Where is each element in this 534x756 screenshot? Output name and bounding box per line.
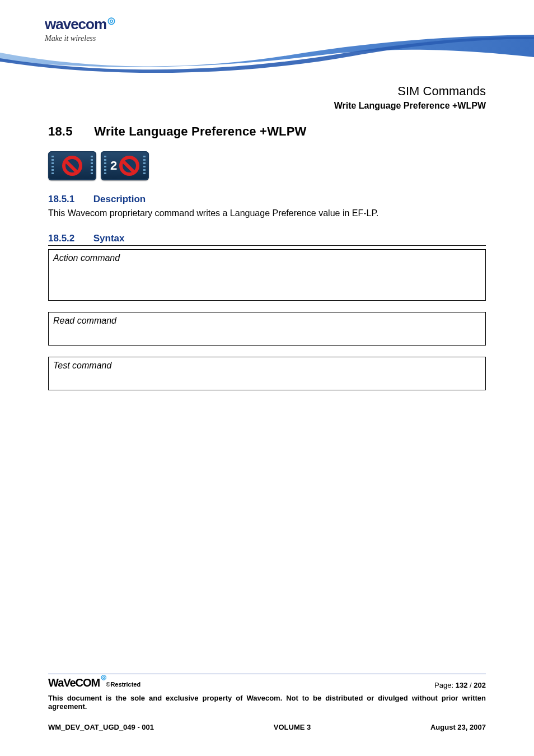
brand-name: wavecom xyxy=(45,16,106,32)
section-title: Write Language Preference +WLPW xyxy=(94,124,306,138)
page-label: Page: xyxy=(434,681,453,689)
page-content: SIM Commands Write Language Preference +… xyxy=(0,84,534,390)
test-command-box: Test command xyxy=(48,357,486,390)
footer-docid: WM_DEV_OAT_UGD_049 - 001 xyxy=(48,723,154,731)
section-number: 18.5 xyxy=(48,124,91,139)
prohibit-icon xyxy=(62,156,82,176)
section-heading: 18.5 Write Language Preference +WLPW xyxy=(48,124,486,139)
subsection-heading-syntax: 18.5.2 Syntax xyxy=(48,233,486,246)
page-total: 202 xyxy=(474,681,486,689)
running-header: SIM Commands Write Language Preference +… xyxy=(48,84,486,111)
page-current: 132 xyxy=(456,681,468,689)
prohibit-icon xyxy=(119,156,139,176)
running-header-line2: Write Language Preference +WLPW xyxy=(48,101,486,111)
footer-restricted: ©Restricted xyxy=(106,681,140,688)
subsection-title: Syntax xyxy=(93,233,125,244)
footer-row-1: WaVeCOM◎©Restricted Page: 132 / 202 xyxy=(48,676,486,689)
subsection-number: 18.5.1 xyxy=(48,194,91,205)
header-banner xyxy=(0,32,534,73)
chip-number: 2 xyxy=(110,158,117,173)
banner-swoosh-icon xyxy=(0,32,534,73)
footer-swirl-icon: ◎ xyxy=(101,673,106,681)
action-command-box: Action command xyxy=(48,249,486,301)
brand-logo: wavecom◎ xyxy=(45,16,114,33)
footer-logo: WaVeCOM◎ xyxy=(48,676,105,689)
capability-chip-2: 2 xyxy=(101,151,149,180)
footer-volume: VOLUME 3 xyxy=(274,723,311,731)
footer-row-3: WM_DEV_OAT_UGD_049 - 001 VOLUME 3 August… xyxy=(48,723,486,731)
capability-chip-1 xyxy=(48,151,96,180)
test-command-label: Test command xyxy=(53,361,481,371)
restricted-text: Restricted xyxy=(110,681,140,688)
footer-left: WaVeCOM◎©Restricted xyxy=(48,676,140,689)
page-header: wavecom◎ Make it wireless xyxy=(0,0,534,73)
page-sep: / xyxy=(470,681,472,689)
footer-disclaimer: This document is the sole and exclusive … xyxy=(48,694,486,711)
footer-date: August 23, 2007 xyxy=(430,723,486,731)
brand-swirl-icon: ◎ xyxy=(107,16,115,25)
footer-page: Page: 132 / 202 xyxy=(434,681,486,689)
subsection-heading-description: 18.5.1 Description xyxy=(48,194,486,205)
page-footer: WaVeCOM◎©Restricted Page: 132 / 202 This… xyxy=(48,674,486,731)
subsection-number: 18.5.2 xyxy=(48,233,91,244)
action-command-label: Action command xyxy=(53,253,481,263)
capability-icons: 2 xyxy=(48,151,486,180)
read-command-label: Read command xyxy=(53,316,481,326)
running-header-line1: SIM Commands xyxy=(48,84,486,99)
subsection-title: Description xyxy=(93,194,146,204)
footer-rule xyxy=(48,674,486,674)
description-text: This Wavecom proprietary command writes … xyxy=(48,207,486,220)
read-command-box: Read command xyxy=(48,312,486,346)
footer-logo-text: WaVeCOM xyxy=(48,676,100,689)
